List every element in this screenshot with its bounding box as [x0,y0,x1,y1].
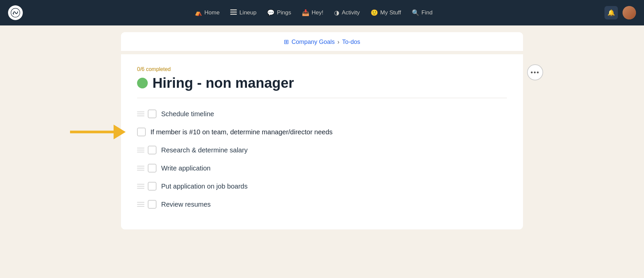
todo-item: Put application on job boards [137,177,507,195]
todo-text: If member is #10 on team, determine mana… [150,128,333,136]
todo-text: Review resumes [161,201,211,208]
nav-links: ⛺ Home Lineup 💬 Pings 📥 Hey! ◑ Activity [23,9,604,16]
todo-item: Schedule timeline [137,105,507,123]
nav-pings[interactable]: 💬 Pings [267,9,291,16]
nav-home[interactable]: ⛺ Home [195,9,219,16]
drag-handle[interactable] [137,148,146,152]
bell-icon: 🔔 [607,9,615,16]
todo-checkbox[interactable] [148,164,156,172]
todo-checkbox[interactable] [148,146,156,154]
arrow-shaft [70,131,114,133]
nav-activity[interactable]: ◑ Activity [334,9,360,16]
breadcrumb-bar: ⊞ Company Goals › To-dos [0,25,644,54]
drag-handle[interactable] [137,202,146,207]
find-icon: 🔍 [412,9,419,16]
divider [137,98,507,98]
todo-item: If member is #10 on team, determine mana… [137,123,507,141]
pings-icon: 💬 [267,9,274,16]
nav-activity-label: Activity [342,9,360,16]
grid-icon: ⊞ [284,38,289,46]
nav-lineup-label: Lineup [239,9,256,16]
goal-title: Hiring - non manager [152,75,294,91]
drag-handle[interactable] [137,166,146,170]
svg-rect-3 [230,14,237,15]
arrow-head [114,125,126,139]
todo-item: Write application [137,159,507,177]
lineup-icon [230,9,237,16]
todo-checkbox[interactable] [148,200,156,209]
completed-label: 0/6 completed [137,66,507,72]
nav-hey-label: Hey! [312,9,323,16]
notifications-button[interactable]: 🔔 [604,6,618,19]
content-card: ••• 0/6 completed Hiring - non manager S… [121,54,523,229]
goal-title-row: Hiring - non manager [137,75,507,91]
goal-header: 0/6 completed Hiring - non manager [137,66,507,91]
svg-rect-2 [230,11,237,12]
todo-text: Research & determine salary [161,146,248,154]
nav-right: 🔔 [604,6,636,19]
activity-icon: ◑ [334,9,339,16]
nav-find-label: Find [422,9,433,16]
home-icon: ⛺ [195,9,202,16]
avatar[interactable] [623,6,636,19]
more-options-button[interactable]: ••• [527,64,543,80]
breadcrumb-separator: › [337,39,339,46]
nav-lineup[interactable]: Lineup [230,9,256,16]
goal-status-dot [137,78,148,88]
svg-rect-1 [230,9,237,10]
todo-checkbox[interactable] [148,182,156,191]
todo-text: Write application [161,164,210,172]
nav-pings-label: Pings [277,9,291,16]
nav-mystuff-label: My Stuff [380,9,401,16]
todo-list: Schedule timeline If member is #10 on te… [137,105,507,213]
mystuff-icon: 🙂 [371,9,378,16]
avatar-image [623,6,636,19]
top-navigation: ⛺ Home Lineup 💬 Pings 📥 Hey! ◑ Activity [0,0,644,25]
todo-item: Review resumes [137,195,507,213]
drag-handle[interactable] [137,112,146,116]
todo-checkbox[interactable] [148,110,156,118]
nav-hey[interactable]: 📥 Hey! [302,9,323,16]
main-content: ••• 0/6 completed Hiring - non manager S… [0,54,644,243]
todo-text: Schedule timeline [161,110,214,118]
breadcrumb-parent[interactable]: Company Goals [292,39,335,46]
drag-handle[interactable] [137,184,146,189]
nav-home-label: Home [204,9,219,16]
todo-item: Research & determine salary [137,141,507,159]
nav-find[interactable]: 🔍 Find [412,9,433,16]
breadcrumb-current[interactable]: To-dos [342,39,360,46]
nav-mystuff[interactable]: 🙂 My Stuff [371,9,401,16]
todo-text: Put application on job boards [161,183,248,190]
hey-icon: 📥 [302,9,309,16]
arrow-indicator [70,125,126,139]
breadcrumb-container: ⊞ Company Goals › To-dos [121,32,523,51]
logo[interactable] [8,5,23,20]
todo-checkbox[interactable] [137,128,146,136]
